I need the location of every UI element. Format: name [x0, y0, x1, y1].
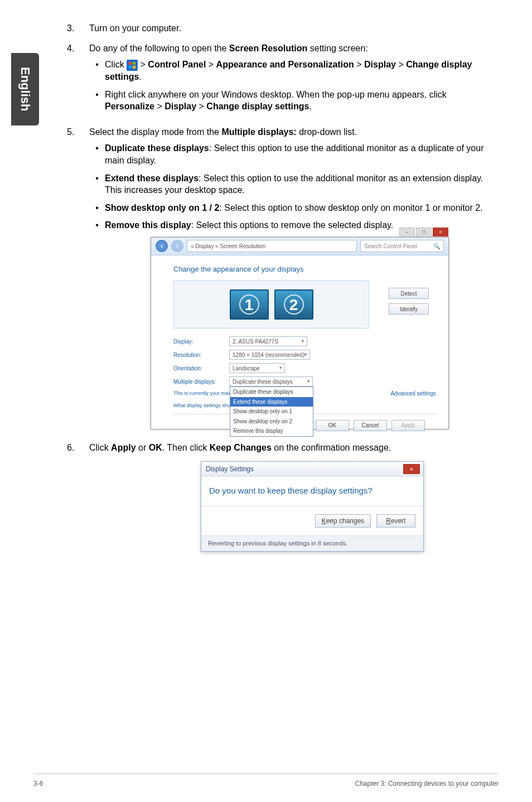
chapter-title: Chapter 3: Connecting devices to your co…	[355, 780, 499, 787]
opt1-b: Duplicate these displays	[105, 143, 209, 153]
start-icon	[127, 60, 138, 71]
orientation-select[interactable]: Landscape▾	[229, 363, 285, 373]
s6-t4: on the confirmation message.	[272, 443, 391, 452]
back-button[interactable]: ‹	[156, 240, 168, 252]
step-number-3: 3.	[67, 22, 89, 35]
bullet1-p3: Display	[364, 60, 396, 69]
step-number-4: 4.	[67, 42, 89, 118]
chevron-down-icon: ▾	[279, 365, 282, 371]
s6-t1: Click	[89, 443, 111, 452]
multiple-displays-value: Duplicate these displays	[233, 378, 293, 386]
language-tab: English	[11, 53, 39, 125]
svg-rect-0	[129, 62, 132, 65]
step-4-text-after: setting screen:	[307, 44, 368, 53]
search-placeholder: Search Control Panel	[364, 243, 417, 250]
dropdown-option-remove[interactable]: Remove this display	[230, 426, 313, 436]
dialog-titlebar: Display Settings ×	[201, 462, 423, 476]
opt4-t: : Select this options to remove the sele…	[191, 220, 394, 230]
bullet-dot: •	[89, 89, 105, 113]
step-4-bold: Screen Resolution	[229, 44, 307, 53]
step-5-text-before: Select the display mode from the	[89, 127, 221, 137]
s6-t3: . Then click	[162, 443, 210, 452]
bullet-dot: •	[89, 59, 105, 83]
screen-resolution-window: – □ × ‹ › « Display » Screen Resolution …	[151, 237, 449, 429]
multiple-displays-dropdown: Duplicate these displays Extend these di…	[230, 386, 313, 437]
chevron-down-icon: ▾	[304, 352, 307, 358]
step-5-bold: Multiple displays:	[221, 127, 296, 137]
dialog-close-button[interactable]: ×	[403, 464, 420, 474]
keep-changes-button[interactable]: KKeep changeseep changes	[315, 514, 371, 528]
page-number: 3-6	[33, 780, 43, 787]
minimize-button[interactable]: –	[399, 228, 415, 236]
resolution-label: Resolution:	[173, 351, 229, 359]
search-input[interactable]: Search Control Panel 🔍	[360, 240, 444, 252]
close-button[interactable]: ×	[433, 228, 448, 236]
forward-button[interactable]: ›	[171, 240, 183, 252]
confirmation-dialog: Display Settings × Do you want to keep t…	[201, 461, 424, 551]
dropdown-option-only-2[interactable]: Show desktop only on 2	[230, 417, 313, 427]
chevron-down-icon: ▾	[302, 339, 304, 345]
svg-rect-1	[133, 62, 136, 65]
revert-button[interactable]: RevertRevert	[376, 514, 415, 528]
opt4-b: Remove this display	[105, 220, 191, 230]
dialog-question: Do you want to keep these display settin…	[209, 485, 415, 496]
step-4-text-before: Do any of the following to open the	[89, 44, 229, 53]
s6-t2: or	[136, 443, 149, 452]
detect-button[interactable]: Detect	[389, 288, 429, 299]
monitor-1[interactable]: 1	[230, 289, 269, 320]
multiple-displays-label: Multiple displays:	[173, 378, 229, 386]
dropdown-option-duplicate[interactable]: Duplicate these displays	[230, 387, 313, 397]
opt3-t: : Select this option to show desktop onl…	[219, 203, 482, 212]
multiple-displays-select[interactable]: Duplicate these displays▾ Duplicate thes…	[229, 376, 313, 386]
display-arrangement-area[interactable]: 1 2 Detect Identify	[173, 281, 369, 328]
bullet2-pre: Right click anywhere on your Windows des…	[105, 90, 447, 99]
monitor-2[interactable]: 2	[274, 289, 313, 320]
dialog-title: Display Settings	[206, 465, 254, 474]
resolution-select[interactable]: 1280 × 1024 (recommended)▾	[229, 350, 310, 360]
bullet1-pre: Click	[105, 60, 127, 69]
bullet2-p2: Display	[165, 102, 196, 111]
display-select-value: 2. ASUS PA4277S	[233, 338, 278, 346]
bullet1-p1: Control Panel	[148, 60, 206, 69]
bullet-dot: •	[89, 142, 105, 166]
apply-button[interactable]: Apply	[391, 420, 425, 431]
opt-extend: Extend these displays: Select this optio…	[105, 172, 493, 196]
bullet1-p2: Appearance and Personalization	[216, 60, 354, 69]
resolution-select-value: 1280 × 1024 (recommended)	[233, 351, 304, 359]
step-4-bullet-2: Right click anywhere on your Windows des…	[105, 89, 493, 113]
display-select[interactable]: 2. ASUS PA4277S▾	[229, 336, 307, 346]
orientation-select-value: Landscape	[233, 365, 260, 373]
step-number-6: 6.	[67, 442, 89, 552]
identify-button[interactable]: Identify	[389, 303, 429, 315]
step-number-5: 5.	[67, 126, 89, 429]
step-5-text-after: drop-down list.	[297, 127, 357, 137]
bullet-dot: •	[89, 202, 105, 214]
opt2-b: Extend these displays	[105, 173, 199, 183]
page-heading: Change the appearance of your displays	[173, 264, 436, 274]
page-footer: 3-6 Chapter 3: Connecting devices to you…	[33, 774, 499, 787]
breadcrumb-path[interactable]: « Display » Screen Resolution	[187, 240, 357, 252]
cancel-button[interactable]: Cancel	[354, 420, 387, 431]
monitor-1-label: 1	[239, 294, 259, 315]
bullet2-p3: Change display settings	[206, 102, 309, 111]
monitor-2-label: 2	[284, 294, 304, 315]
dropdown-option-extend[interactable]: Extend these displays	[230, 397, 313, 407]
maximize-button[interactable]: □	[416, 228, 432, 236]
dropdown-option-only-1[interactable]: Show desktop only on 1	[230, 407, 313, 417]
address-bar: ‹ › « Display » Screen Resolution Search…	[151, 238, 448, 255]
orientation-label: Orientation:	[173, 365, 229, 373]
opt-show-only: Show desktop only on 1 / 2: Select this …	[105, 202, 493, 214]
svg-rect-3	[133, 66, 136, 69]
step-3-text: Turn on your computer.	[89, 22, 493, 35]
search-icon: 🔍	[433, 243, 440, 250]
window-controls: – □ ×	[399, 228, 448, 236]
svg-rect-2	[129, 66, 132, 69]
chevron-down-icon: ▾	[307, 379, 309, 385]
countdown-text: Reverting to previous display settings i…	[201, 535, 423, 551]
s6-b2: OK	[149, 443, 162, 452]
step-4-bullet-1: Click > Control Panel > Appearance and P…	[105, 59, 493, 83]
ok-button[interactable]: OK	[316, 420, 349, 431]
bullet-dot: •	[89, 219, 105, 231]
advanced-settings-link[interactable]: Advanced settings	[390, 390, 436, 398]
display-label: Display:	[173, 338, 229, 346]
